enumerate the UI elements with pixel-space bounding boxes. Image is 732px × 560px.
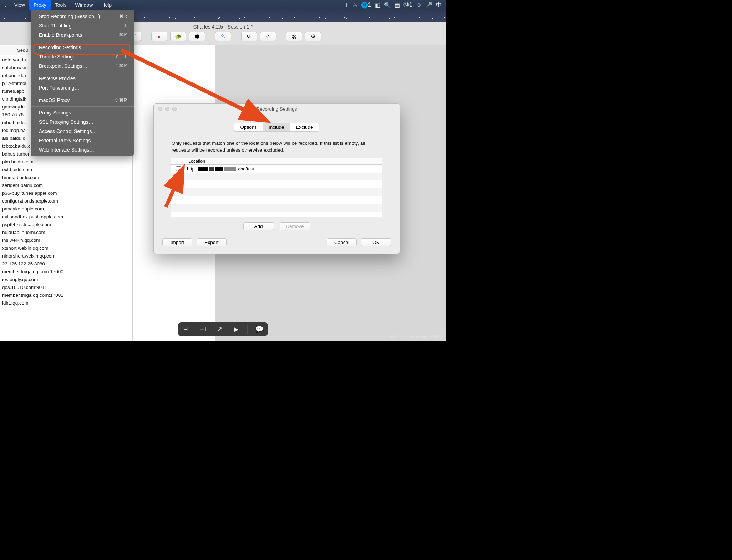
- menu-view[interactable]: View: [10, 0, 29, 10]
- throttle-button[interactable]: 🐢: [170, 32, 186, 41]
- list-item[interactable]: qos.10010.com:9011: [2, 284, 130, 291]
- compass-icon[interactable]: ◧: [375, 2, 380, 9]
- list-item[interactable]: configuration.ls.apple.com: [2, 197, 130, 205]
- list-item[interactable]: xtshort.weixin.qq.com: [2, 244, 130, 252]
- tab-include[interactable]: Include: [263, 123, 290, 131]
- tools-button[interactable]: 🛠: [286, 32, 302, 41]
- settings-button[interactable]: ⚙: [305, 32, 321, 41]
- cancel-button[interactable]: Cancel: [327, 238, 357, 246]
- table-row[interactable]: [171, 204, 382, 212]
- export-button[interactable]: Export: [197, 238, 227, 246]
- list-item[interactable]: p36-buy.itunes.apple.com: [2, 189, 130, 197]
- table-row[interactable]: [171, 196, 382, 204]
- list-item[interactable]: hmma.baidu.com: [2, 174, 130, 182]
- list-item[interactable]: huiduapi.nuomi.com: [2, 229, 130, 236]
- list-item[interactable]: ninorshort.weixin.qq.com: [2, 252, 130, 260]
- list-item[interactable]: serident.baidu.com: [2, 182, 130, 189]
- menu-item[interactable]: Proxy Settings…: [31, 108, 134, 117]
- dialog-tabs: Options Include Exclude: [234, 123, 319, 131]
- row-checkbox[interactable]: [176, 166, 181, 171]
- list-item[interactable]: ldir1.qq.com: [2, 299, 130, 307]
- menu-separator: [31, 94, 134, 94]
- mic-icon[interactable]: 🎤: [425, 2, 432, 9]
- zoom-in-icon[interactable]: +⃝: [198, 326, 208, 333]
- edit-button[interactable]: ✎: [215, 32, 231, 41]
- locations-table: Location http:, .cha/test: [171, 158, 382, 217]
- redacted-segment: [215, 167, 223, 171]
- table-row[interactable]: [171, 180, 382, 188]
- column-checkbox[interactable]: [171, 158, 185, 164]
- globe-icon[interactable]: 🌐1: [361, 2, 371, 9]
- redacted-segment: [224, 167, 236, 171]
- list-item[interactable]: member.tmga.qq.com:17000: [2, 268, 130, 276]
- screenshot-toolbar: −⃝ +⃝ ⤢ ▶ 💬: [178, 322, 268, 336]
- menu-item[interactable]: macOS Proxy⇧⌘P: [31, 96, 134, 105]
- ime-icon[interactable]: 中: [436, 1, 442, 9]
- import-button[interactable]: Import: [162, 238, 192, 246]
- menu-item[interactable]: Access Control Settings…: [31, 127, 134, 136]
- watermark: https://blog.csdn.net/qq_34009134: [389, 335, 444, 339]
- redacted-segment: [209, 167, 214, 171]
- m-icon[interactable]: Ⓜ1: [403, 1, 412, 9]
- row-location: http:, .cha/test: [185, 166, 254, 172]
- dialog-description: Only requests that match one of the loca…: [154, 131, 400, 158]
- menu-help[interactable]: Help: [97, 0, 116, 10]
- globe-badge: 1: [368, 2, 371, 8]
- menu-item[interactable]: Reverse Proxies…: [31, 74, 134, 83]
- wechat-icon[interactable]: ✳︎: [344, 2, 349, 9]
- check-button[interactable]: ✓: [260, 32, 276, 41]
- list-item[interactable]: 23.126.122.26:8080: [2, 260, 130, 268]
- menu-item[interactable]: Web Interface Settings…: [31, 145, 134, 154]
- tab-options[interactable]: Options: [234, 123, 263, 131]
- menu-window[interactable]: Window: [71, 0, 97, 10]
- zoom-out-icon[interactable]: −⃝: [182, 326, 192, 333]
- list-item[interactable]: pim.baidu.com: [2, 158, 130, 166]
- list-item[interactable]: member.tmga.qq.com:17001: [2, 291, 130, 299]
- menu-tools[interactable]: Tools: [51, 0, 71, 10]
- tab-exclude[interactable]: Exclude: [290, 123, 319, 131]
- search-icon[interactable]: 🔍: [384, 2, 391, 9]
- table-row[interactable]: [171, 173, 382, 180]
- table-row[interactable]: [171, 188, 382, 196]
- add-button[interactable]: Add: [243, 222, 274, 230]
- row-suffix: .cha/test: [237, 166, 254, 172]
- fullscreen-icon[interactable]: ⤢: [215, 325, 225, 333]
- menu-item[interactable]: SSL Proxying Settings…: [31, 117, 134, 127]
- display-icon[interactable]: ▤: [395, 2, 400, 9]
- table-row[interactable]: [171, 212, 382, 220]
- refresh-button[interactable]: ⟳: [241, 32, 257, 41]
- menubar: t View Proxy Tools Window Help ✳︎ ☕︎ 🌐1 …: [0, 0, 446, 10]
- teapot-icon[interactable]: ☕︎: [352, 2, 357, 9]
- menu-item[interactable]: Throttle Settings…⇧⌘T: [31, 52, 134, 61]
- list-item[interactable]: ios.bugly.qq.com: [2, 276, 130, 284]
- dialog-title: Recording Settings: [154, 106, 400, 112]
- list-item[interactable]: init.sandbox.push.apple.com: [2, 213, 130, 221]
- menu-separator: [31, 41, 134, 41]
- list-item[interactable]: gsp64-ssl.ls.apple.com: [2, 221, 130, 229]
- proxy-menu-dropdown: Stop Recording (Session 1)⌘RStart Thrott…: [31, 10, 134, 156]
- comment-icon[interactable]: 💬: [254, 325, 264, 333]
- menu-item[interactable]: Stop Recording (Session 1)⌘R: [31, 12, 134, 21]
- menu-item[interactable]: Enable Breakpoints⌘K: [31, 30, 134, 40]
- list-item[interactable]: ins.weixin.qq.com: [2, 236, 130, 244]
- present-icon[interactable]: ▶: [231, 325, 241, 333]
- breakpoint-button[interactable]: ⬢: [189, 32, 205, 41]
- menu-item[interactable]: Start Throttling⌘T: [31, 21, 134, 30]
- recording-settings-dialog: Recording Settings Options Include Exclu…: [153, 103, 400, 254]
- menu-item[interactable]: Port Forwarding…: [31, 83, 134, 92]
- table-row[interactable]: http:, .cha/test: [171, 165, 382, 173]
- menu-separator: [31, 106, 134, 107]
- list-item[interactable]: pancake.apple.com: [2, 205, 130, 213]
- menu-appname[interactable]: t: [0, 0, 10, 10]
- record-button[interactable]: ●: [151, 32, 167, 41]
- ok-button[interactable]: OK: [361, 238, 391, 246]
- menu-item[interactable]: Breakpoint Settings…⇧⌘K: [31, 61, 134, 71]
- m-badge: 1: [409, 2, 412, 8]
- menu-item[interactable]: Recording Settings…: [31, 43, 134, 52]
- menu-item[interactable]: External Proxy Settings…: [31, 136, 134, 145]
- list-item[interactable]: ext.baidu.com: [2, 166, 130, 174]
- menu-proxy[interactable]: Proxy: [29, 0, 51, 10]
- column-location[interactable]: Location: [185, 158, 208, 164]
- remove-button[interactable]: Remove: [280, 222, 310, 230]
- smiley-icon[interactable]: ☺: [416, 2, 422, 8]
